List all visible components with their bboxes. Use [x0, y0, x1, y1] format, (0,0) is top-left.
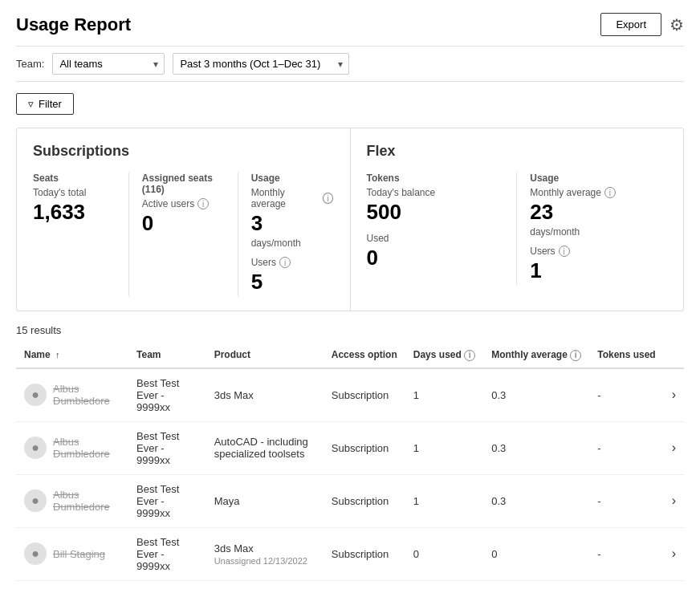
user-name-0: Albus Dumbledore — [53, 383, 120, 407]
subscriptions-usage-label: Usage — [251, 173, 334, 184]
cell-tokens-1: - — [589, 421, 663, 474]
col-access-option[interactable]: Access option — [324, 343, 405, 368]
tokens-sublabel: Today's balance — [367, 187, 504, 198]
tokens-label: Tokens — [367, 173, 504, 184]
subscriptions-usage-info-icon[interactable]: i — [323, 193, 334, 204]
cell-team-3: Best Test Ever - 9999xx — [128, 527, 206, 580]
days-used-info-icon[interactable]: i — [464, 350, 475, 361]
cell-days-1: 1 — [405, 421, 483, 474]
user-icon-2: ● — [31, 493, 39, 508]
name-sort-icon: ↑ — [55, 350, 60, 359]
tokens-used-value: 0 — [367, 246, 504, 270]
flex-users-value: 1 — [530, 258, 667, 283]
assigned-seats-info-icon[interactable]: i — [197, 198, 209, 209]
cell-name-2: ● Albus Dumbledore — [16, 474, 128, 527]
team-label: Team: — [16, 58, 44, 70]
page-title: Usage Report — [16, 14, 131, 35]
cell-team-1: Best Test Ever - 9999xx — [128, 421, 206, 474]
cell-monthly-3: 0 — [483, 527, 589, 580]
cell-arrow-2[interactable]: › — [664, 474, 684, 527]
avatar-3: ● — [24, 542, 47, 565]
filter-bar: Team: All teams Past 3 months (Oct 1–Dec… — [16, 46, 684, 82]
cell-monthly-2: 0.3 — [483, 474, 589, 527]
team-select-wrapper: All teams — [52, 53, 165, 75]
assigned-seats-label: Assigned seats (116) — [142, 173, 225, 195]
cell-access-2: Subscription — [324, 474, 405, 527]
cell-arrow-0[interactable]: › — [664, 368, 684, 422]
col-product[interactable]: Product — [206, 343, 324, 368]
cell-tokens-0: - — [589, 368, 663, 422]
cell-monthly-0: 0.3 — [483, 368, 589, 422]
subscriptions-usage-metric: Usage Monthly average i 3 days/month Use… — [251, 173, 334, 296]
flex-users-sublabel: Users i — [530, 246, 667, 257]
user-name-2: Albus Dumbledore — [53, 489, 120, 513]
cell-arrow-3[interactable]: › — [664, 527, 684, 580]
filter-button-label: Filter — [39, 98, 62, 110]
cell-name-1: ● Albus Dumbledore — [16, 421, 128, 474]
cell-name-0: ● Albus Dumbledore — [16, 368, 128, 422]
metrics-sections: Subscriptions Seats Today's total 1,633 … — [16, 128, 684, 311]
cell-monthly-1: 0.3 — [483, 421, 589, 474]
flex-usage-value: 23 — [530, 200, 667, 225]
cell-tokens-2: - — [589, 474, 663, 527]
row-arrow-icon-0[interactable]: › — [672, 388, 676, 401]
user-name-1: Albus Dumbledore — [53, 436, 120, 460]
col-name[interactable]: Name ↑ — [16, 343, 128, 368]
page-header: Usage Report Export ⚙ — [16, 13, 684, 36]
cell-days-3: 0 — [405, 527, 483, 580]
row-arrow-icon-2[interactable]: › — [672, 493, 676, 507]
col-team[interactable]: Team — [128, 343, 206, 368]
assigned-seats-sublabel: Active users i — [142, 198, 225, 209]
flex-title: Flex — [367, 143, 668, 160]
cell-arrow-1[interactable]: › — [664, 421, 684, 474]
subscriptions-users-info-icon[interactable]: i — [279, 257, 291, 268]
cell-product-1: AutoCAD - including specialized toolsets — [206, 421, 324, 474]
results-count: 15 results — [16, 324, 684, 336]
product-unassigned-3: Unassigned 12/13/2022 — [214, 556, 315, 566]
cell-name-3: ● Bill Staging — [16, 527, 128, 580]
table-row: ● Albus Dumbledore Best Test Ever - 9999… — [16, 368, 684, 422]
tokens-value: 500 — [367, 200, 504, 225]
avatar-0: ● — [24, 384, 47, 406]
tokens-used-label: Used — [367, 233, 504, 244]
team-select[interactable]: All teams — [52, 53, 165, 75]
col-days-used[interactable]: Days used i — [405, 343, 483, 368]
cell-team-0: Best Test Ever - 9999xx — [128, 368, 206, 422]
seats-metric: Seats Today's total 1,633 — [33, 173, 129, 296]
monthly-avg-info-icon[interactable]: i — [570, 350, 581, 361]
subscriptions-monthly-sublabel: Monthly average i — [251, 187, 334, 209]
subscriptions-section: Subscriptions Seats Today's total 1,633 … — [17, 128, 350, 311]
cell-tokens-3: - — [589, 527, 663, 580]
flex-metrics: Tokens Today's balance 500 Used 0 Usage … — [367, 173, 668, 285]
tokens-metric: Tokens Today's balance 500 Used 0 — [367, 173, 518, 285]
header-actions: Export ⚙ — [600, 13, 684, 36]
flex-users-info-icon[interactable]: i — [559, 246, 570, 257]
cell-days-0: 1 — [405, 368, 483, 422]
subscriptions-users-sublabel: Users i — [251, 257, 334, 268]
filter-button[interactable]: ▿ Filter — [16, 93, 74, 115]
user-icon-1: ● — [31, 441, 39, 455]
col-tokens-used[interactable]: Tokens used — [589, 343, 663, 368]
filter-icon: ▿ — [28, 98, 34, 110]
seats-label: Seats — [33, 173, 116, 184]
subscriptions-users-value: 5 — [251, 270, 334, 294]
cell-access-3: Subscription — [324, 527, 405, 580]
col-monthly-avg[interactable]: Monthly average i — [483, 343, 589, 368]
flex-usage-unit: days/month — [530, 226, 667, 238]
user-icon-3: ● — [31, 546, 39, 561]
subscriptions-usage-unit: days/month — [251, 238, 334, 249]
row-arrow-icon-3[interactable]: › — [672, 546, 676, 560]
date-select[interactable]: Past 3 months (Oct 1–Dec 31) — [173, 53, 349, 75]
row-arrow-icon-1[interactable]: › — [672, 441, 676, 454]
cell-team-2: Best Test Ever - 9999xx — [128, 474, 206, 527]
user-icon-0: ● — [31, 388, 39, 402]
subscriptions-usage-value: 3 — [251, 211, 334, 236]
settings-icon[interactable]: ⚙ — [669, 15, 684, 35]
flex-usage-info-icon[interactable]: i — [604, 187, 616, 198]
cell-access-1: Subscription — [324, 421, 405, 474]
subscriptions-metrics: Seats Today's total 1,633 Assigned seats… — [33, 173, 334, 296]
col-arrow — [664, 343, 684, 368]
export-button[interactable]: Export — [600, 13, 661, 36]
table-header: Name ↑ Team Product Access option Days u… — [16, 343, 684, 368]
avatar-2: ● — [24, 489, 47, 512]
